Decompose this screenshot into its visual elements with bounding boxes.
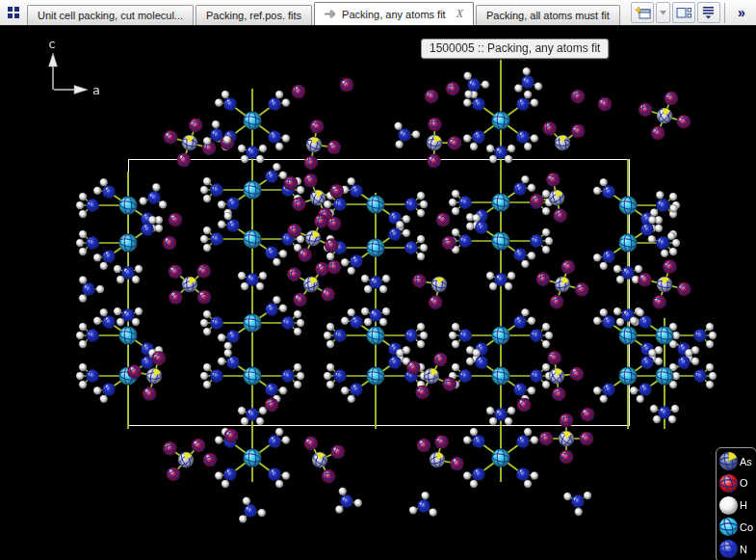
tooltip: 1500005 :: Packing, any atoms fit	[421, 39, 609, 59]
tab-strip: Unit cell packing, cut molecul...Packing…	[27, 0, 622, 25]
co-atom-icon	[718, 517, 739, 537]
legend-label: O	[740, 477, 748, 489]
legend-label: N	[740, 544, 747, 555]
legend-item-As: As	[718, 451, 755, 471]
tab-label: Unit cell packing, cut molecul...	[38, 10, 183, 21]
tile-windows-icon	[676, 7, 692, 19]
tab-toolbar: »	[629, 0, 756, 25]
tab-close-icon[interactable]: X	[456, 7, 463, 21]
grid-icon	[8, 7, 20, 19]
tab-packing-all-atoms-must-fit[interactable]: Packing, all atoms must fit	[476, 5, 620, 25]
tile-windows-button[interactable]	[672, 2, 695, 23]
legend-label: Co	[740, 521, 753, 533]
chevron-down-icon	[660, 11, 666, 15]
legend-label: H	[740, 499, 747, 511]
tab-overflow-button[interactable]: »	[730, 5, 753, 20]
new-window-icon	[635, 6, 651, 20]
tab-label: Packing, all atoms must fit	[486, 10, 610, 21]
h-atom-icon	[718, 495, 739, 516]
tab-label: Packing, any atoms fit	[342, 9, 446, 20]
tab-bar: Unit cell packing, cut molecul...Packing…	[0, 0, 756, 26]
legend-item-O: O	[718, 473, 755, 493]
legend-label: As	[740, 456, 752, 467]
legend-item-H: H	[718, 495, 755, 516]
n-atom-icon	[718, 539, 739, 559]
tab-packing-ref-pos-fits[interactable]: Packing, ref.pos. fits	[196, 5, 312, 25]
legend-item-N: N	[718, 539, 755, 559]
window-list-icon	[703, 7, 715, 19]
o-atom-icon	[718, 473, 739, 493]
apps-grid-icon[interactable]	[0, 1, 27, 25]
as-atom-icon	[718, 451, 739, 471]
tab-unit-cell-packing-cut-molecul[interactable]: Unit cell packing, cut molecul...	[27, 5, 194, 25]
new-window-button[interactable]	[631, 2, 654, 23]
legend-item-Co: Co	[718, 517, 755, 537]
structure-viewport[interactable]	[0, 27, 756, 560]
window-list-button[interactable]	[697, 2, 720, 23]
tab-packing-any-atoms-fit[interactable]: Packing, any atoms fitX	[314, 2, 474, 25]
new-window-dropdown[interactable]	[656, 2, 670, 23]
tab-label: Packing, ref.pos. fits	[206, 10, 301, 21]
toolbar-separator	[724, 3, 725, 23]
pin-icon	[325, 10, 337, 18]
atom-legend: AsOHCoN	[716, 447, 756, 560]
